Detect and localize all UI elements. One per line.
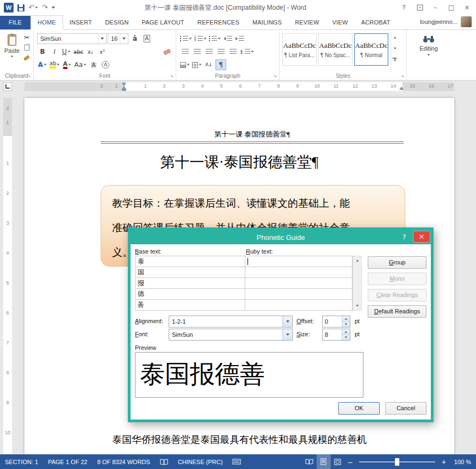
- horizontal-ruler[interactable]: 211234567891011121314151617: [24, 82, 454, 91]
- font-dialog-launcher[interactable]: ↘: [169, 73, 175, 79]
- cancel-button[interactable]: Cancel: [385, 402, 426, 415]
- ok-button[interactable]: OK: [338, 402, 380, 415]
- numbering-button[interactable]: 123: [194, 33, 207, 44]
- font-name-combo[interactable]: SimSun: [37, 33, 107, 44]
- styles-more-button[interactable]: [391, 54, 398, 65]
- phonetic-guide-button[interactable]: ā: [129, 33, 140, 44]
- language-indicator[interactable]: CHINESE (PRC): [173, 454, 228, 469]
- ruby-text-input[interactable]: [245, 289, 353, 300]
- section-indicator[interactable]: SECTION: 1: [0, 454, 43, 469]
- ruby-text-input[interactable]: [245, 256, 353, 267]
- web-layout-button[interactable]: [331, 454, 345, 469]
- table-scrollbar[interactable]: [353, 256, 362, 311]
- close-button[interactable]: ×: [459, 2, 475, 14]
- offset-spinner[interactable]: 0: [322, 316, 350, 328]
- left-indent-marker[interactable]: [122, 89, 126, 91]
- ruby-text-input[interactable]: [245, 278, 353, 289]
- read-mode-button[interactable]: [302, 454, 317, 469]
- dialog-title-bar[interactable]: Phonetic Guide ? ×: [131, 230, 431, 244]
- base-text-field[interactable]: 泰: [135, 256, 245, 267]
- shading-button[interactable]: [180, 59, 190, 70]
- font-size-combo[interactable]: 16: [108, 33, 128, 44]
- input-mode-button[interactable]: [227, 454, 246, 469]
- tab-file[interactable]: FILE: [0, 16, 30, 29]
- change-case-button[interactable]: Aa: [73, 59, 87, 70]
- format-painter-button[interactable]: [22, 54, 31, 62]
- style-card-normal[interactable]: AaBbCcDc ¶ Normal: [354, 33, 388, 66]
- bullets-button[interactable]: [180, 33, 193, 44]
- character-border-button[interactable]: A: [141, 33, 152, 44]
- justify-button[interactable]: [215, 46, 226, 57]
- minimize-button[interactable]: –: [428, 2, 443, 14]
- line-spacing-button[interactable]: [239, 46, 255, 57]
- tab-references[interactable]: REFERENCES: [191, 16, 246, 29]
- strikethrough-button[interactable]: abc: [73, 46, 84, 57]
- word-app-icon[interactable]: W: [4, 3, 14, 13]
- default-readings-button[interactable]: Default Readings: [368, 305, 426, 318]
- tab-page-layout[interactable]: PAGE LAYOUT: [135, 16, 191, 29]
- zoom-level[interactable]: 100 %: [449, 454, 476, 469]
- tab-design[interactable]: DESIGN: [98, 16, 135, 29]
- page-indicator[interactable]: PAGE 1 OF 22: [43, 454, 92, 469]
- tab-review[interactable]: REVIEW: [288, 16, 326, 29]
- style-card-no-spacing[interactable]: AaBbCcDc ¶ No Spac...: [318, 33, 353, 66]
- font-color-button[interactable]: A: [61, 59, 72, 70]
- subscript-button[interactable]: x₂: [85, 46, 96, 57]
- show-hide-marks-button[interactable]: ¶: [215, 59, 226, 70]
- clear-formatting-button[interactable]: [162, 46, 172, 57]
- zoom-in-button[interactable]: +: [438, 458, 449, 466]
- font-dropdown[interactable]: SimSun: [169, 329, 293, 341]
- align-center-button[interactable]: [191, 46, 202, 57]
- align-right-button[interactable]: [203, 46, 214, 57]
- sort-button[interactable]: A↓: [203, 59, 214, 70]
- vertical-ruler[interactable]: 2112345678910: [3, 98, 12, 454]
- offset-down-button[interactable]: [342, 322, 350, 328]
- tab-insert[interactable]: INSERT: [63, 16, 98, 29]
- tab-home[interactable]: HOME: [30, 15, 63, 30]
- decrease-indent-button[interactable]: [222, 33, 233, 44]
- zoom-slider-thumb[interactable]: [395, 458, 399, 466]
- proofing-status-button[interactable]: [155, 454, 173, 469]
- clipboard-dialog-launcher[interactable]: ↘: [26, 73, 32, 79]
- base-text-field[interactable]: 善: [135, 300, 245, 311]
- size-spinner[interactable]: 8: [322, 329, 350, 341]
- redo-button[interactable]: ↷: [42, 3, 48, 12]
- help-button[interactable]: ?: [396, 2, 412, 14]
- editing-button[interactable]: Editing: [409, 32, 449, 71]
- style-card-list-paragraph[interactable]: AaBbCcDc ¶ List Para...: [282, 33, 317, 66]
- zoom-slider[interactable]: [359, 461, 435, 462]
- alignment-dropdown[interactable]: 1-2-1: [169, 316, 293, 328]
- base-text-field[interactable]: 德: [135, 289, 245, 300]
- tab-acrobat[interactable]: ACROBAT: [355, 16, 397, 29]
- copy-button[interactable]: [22, 44, 31, 52]
- account-area[interactable]: loungjeenno...: [420, 16, 476, 29]
- text-effects-button[interactable]: A: [37, 59, 48, 70]
- ribbon-display-options-button[interactable]: [412, 2, 428, 14]
- paragraph-dialog-launcher[interactable]: ↘: [272, 73, 278, 79]
- styles-scroll-up-button[interactable]: [391, 32, 398, 43]
- ruby-text-input[interactable]: [245, 300, 353, 311]
- base-text-field[interactable]: 国: [135, 267, 245, 278]
- right-indent-marker[interactable]: [399, 87, 404, 90]
- borders-button[interactable]: [191, 59, 202, 70]
- bold-button[interactable]: B: [37, 46, 48, 57]
- italic-button[interactable]: I: [49, 46, 60, 57]
- scroll-down-button[interactable]: [353, 301, 361, 310]
- align-left-button[interactable]: [180, 46, 190, 57]
- ruby-text-input[interactable]: [245, 267, 353, 278]
- enclose-characters-button[interactable]: A: [100, 59, 111, 70]
- word-count-indicator[interactable]: 8 OF 8324 WORDS: [92, 454, 155, 469]
- increase-indent-button[interactable]: [234, 33, 245, 44]
- dialog-close-button[interactable]: ×: [413, 231, 430, 243]
- underline-button[interactable]: U: [61, 46, 72, 57]
- superscript-button[interactable]: x²: [97, 46, 108, 57]
- size-up-button[interactable]: [342, 329, 350, 335]
- highlight-button[interactable]: ab: [49, 59, 60, 70]
- maximize-button[interactable]: □: [443, 2, 459, 14]
- group-button[interactable]: Group: [368, 256, 426, 269]
- zoom-out-button[interactable]: –: [345, 458, 356, 466]
- scroll-up-button[interactable]: [353, 256, 361, 265]
- tab-view[interactable]: VIEW: [326, 16, 355, 29]
- cut-button[interactable]: ✂: [22, 33, 31, 41]
- save-button[interactable]: [17, 4, 24, 11]
